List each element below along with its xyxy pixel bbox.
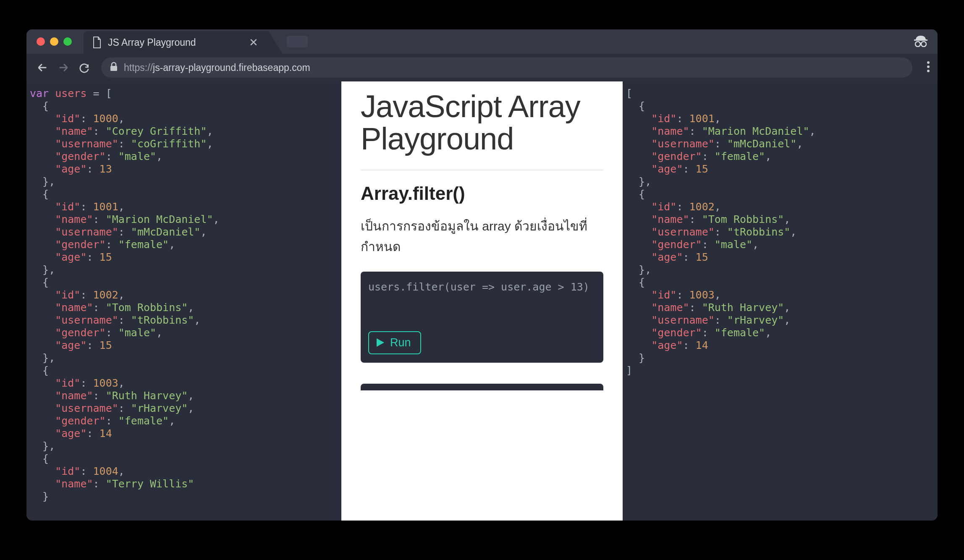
tab-close-button[interactable]: ✕ <box>247 36 260 49</box>
svg-rect-0 <box>914 39 927 41</box>
center-panel: JavaScript Array Playground Array.filter… <box>341 81 623 521</box>
window-minimize-button[interactable] <box>50 37 58 46</box>
right-result-panel: [ { "id": 1001, "name": "Marion McDaniel… <box>623 81 938 521</box>
new-tab-button[interactable] <box>287 36 308 47</box>
forward-button[interactable] <box>55 59 72 76</box>
method-title: Array.filter() <box>361 183 603 204</box>
lock-icon <box>110 62 118 73</box>
reload-button[interactable] <box>76 59 93 76</box>
method-description: เป็นการกรองข้อมูลใน array ด้วยเงื่อนไขที… <box>361 216 603 257</box>
traffic-lights <box>26 37 72 46</box>
browser-menu-button[interactable] <box>927 61 930 74</box>
url-text: https://js-array-playground.firebaseapp.… <box>124 62 310 73</box>
page-favicon <box>92 36 102 49</box>
svg-rect-3 <box>110 66 117 71</box>
page-content: var users = [ { "id": 1000, "name": "Cor… <box>26 81 938 521</box>
browser-toolbar: https://js-array-playground.firebaseapp.… <box>26 54 938 81</box>
titlebar: JS Array Playground ✕ <box>26 29 938 54</box>
incognito-icon <box>913 34 928 49</box>
run-button-label: Run <box>390 336 411 349</box>
back-button[interactable] <box>34 59 51 76</box>
window-close-button[interactable] <box>37 37 45 46</box>
browser-tab[interactable]: JS Array Playground ✕ <box>84 31 268 54</box>
left-code-panel: var users = [ { "id": 1000, "name": "Cor… <box>26 81 341 521</box>
svg-point-6 <box>927 70 930 72</box>
play-icon <box>376 338 385 348</box>
svg-point-1 <box>915 42 920 47</box>
svg-point-2 <box>921 42 926 47</box>
window-maximize-button[interactable] <box>63 37 72 46</box>
source-data-code: var users = [ { "id": 1000, "name": "Cor… <box>30 87 338 503</box>
result-code: [ { "id": 1001, "name": "Marion McDaniel… <box>626 87 934 377</box>
address-bar[interactable]: https://js-array-playground.firebaseapp.… <box>101 58 912 78</box>
divider <box>361 170 603 170</box>
browser-window: JS Array Playground ✕ https://js-array-p… <box>26 29 938 521</box>
code-snippet[interactable]: users.filter(user => user.age > 13) <box>368 281 596 323</box>
app-title: JavaScript Array Playground <box>361 91 603 155</box>
svg-point-5 <box>927 65 930 68</box>
code-snippet-box: users.filter(user => user.age > 13) Run <box>361 272 603 363</box>
tab-title: JS Array Playground <box>108 37 241 48</box>
run-button[interactable]: Run <box>368 331 421 354</box>
svg-point-4 <box>927 61 930 64</box>
next-snippet-box <box>361 384 603 390</box>
